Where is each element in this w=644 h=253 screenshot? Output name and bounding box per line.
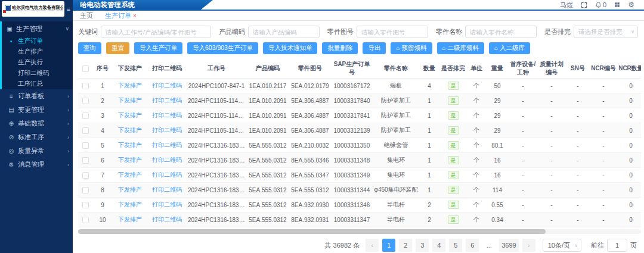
- horizontal-scrollbar[interactable]: [78, 229, 641, 234]
- page-button[interactable]: 4: [432, 239, 445, 252]
- row-select-cell: [78, 168, 92, 183]
- dispatch-link[interactable]: 下发排产: [118, 216, 142, 223]
- username[interactable]: 马煜: [560, 1, 573, 10]
- sidebar-collapse-icon[interactable]: ≡: [64, 5, 72, 13]
- dispatch-link[interactable]: 下发排产: [118, 142, 142, 148]
- filter-select[interactable]: 请选择是否排完∨: [574, 26, 638, 38]
- filter-input[interactable]: [101, 26, 211, 38]
- cell-scheduled: 是: [439, 213, 467, 227]
- sidebar-item[interactable]: ◎质量异常›: [2, 144, 73, 158]
- sidebar-item[interactable]: ▣生产管理∨: [2, 21, 73, 36]
- next-page-icon[interactable]: ›: [522, 239, 535, 252]
- row-checkbox[interactable]: [82, 217, 89, 223]
- page-size-select[interactable]: 10条/页∨: [543, 239, 581, 252]
- cell-dispatch: 下发排产: [113, 183, 147, 198]
- dispatch-link[interactable]: 下发排产: [118, 82, 142, 89]
- filter-label: 是否排完: [544, 27, 571, 36]
- print_qr-link[interactable]: 打印二维码: [152, 82, 182, 89]
- tab-production-order[interactable]: 生产订单×: [105, 11, 137, 20]
- sidebar-subitem[interactable]: 生产执行: [2, 57, 73, 68]
- print_qr-link[interactable]: 打印二维码: [152, 127, 182, 133]
- toolbar-button[interactable]: 导入生产订单: [134, 42, 182, 54]
- column-header-part_drawing_no: 零件图号: [289, 58, 331, 79]
- row-checkbox[interactable]: [82, 142, 89, 149]
- page-button[interactable]: 1: [382, 239, 395, 252]
- sidebar-subitem[interactable]: •生产订单: [2, 36, 73, 46]
- sidebar-item[interactable]: ⊘标准工序›: [2, 130, 73, 144]
- sidebar-item[interactable]: ⚙消息管理›: [2, 158, 73, 171]
- print_qr-link[interactable]: 打印二维码: [152, 97, 182, 104]
- dispatch-link[interactable]: 下发排产: [118, 186, 142, 193]
- scheduled-badge: 是: [448, 126, 459, 135]
- print_qr-link[interactable]: 打印二维码: [152, 216, 182, 223]
- row-checkbox[interactable]: [82, 157, 89, 164]
- print_qr-link[interactable]: 打印二维码: [152, 157, 182, 163]
- sidebar-item[interactable]: ≡订单看板›: [2, 89, 73, 103]
- toolbar-button[interactable]: 导出: [363, 42, 386, 54]
- select-all-checkbox[interactable]: [82, 65, 89, 72]
- home-icon: ⌂: [494, 45, 498, 51]
- sidebar-subitem[interactable]: 打印二维码: [2, 68, 73, 79]
- cell-sap_order_no: 10003311348: [331, 153, 373, 168]
- cell-scheduled: 是: [439, 183, 467, 198]
- print_qr-link[interactable]: 打印二维码: [152, 171, 182, 178]
- cell-work_no: 2024HPC1105-1147-2: [187, 93, 246, 108]
- page-button[interactable]: 3699: [499, 239, 518, 252]
- cell-first_equipment: -: [509, 93, 537, 108]
- row-checkbox[interactable]: [82, 83, 89, 89]
- dispatch-link[interactable]: 下发排产: [118, 97, 142, 104]
- print_qr-link[interactable]: 打印二维码: [152, 142, 182, 148]
- filter-input[interactable]: [248, 26, 320, 38]
- row-checkbox[interactable]: [82, 127, 89, 134]
- settings-gear-icon[interactable]: ⚙: [628, 1, 634, 8]
- cell-weight: 0.55: [486, 198, 509, 213]
- page-button[interactable]: 2: [399, 239, 412, 252]
- filter-input[interactable]: [465, 26, 537, 38]
- filter-input[interactable]: [357, 26, 428, 38]
- page-button[interactable]: 3: [416, 239, 429, 252]
- prev-page-icon[interactable]: ‹: [366, 239, 379, 252]
- row-checkbox[interactable]: [82, 202, 89, 208]
- dispatch-link[interactable]: 下发排产: [118, 201, 142, 208]
- toolbar-button[interactable]: 重置: [106, 42, 129, 54]
- toolbar-button[interactable]: 导入技术通知单: [263, 42, 318, 54]
- row-checkbox[interactable]: [82, 172, 89, 179]
- order-board-icon: ≡: [8, 93, 15, 99]
- toolbar-button-label: 入二级库: [500, 44, 525, 52]
- sidebar-subitem[interactable]: 生产排产: [2, 46, 73, 57]
- print_qr-link[interactable]: 打印二维码: [152, 186, 182, 193]
- horizontal-scrollbar-thumb[interactable]: [78, 229, 546, 234]
- row-checkbox[interactable]: [82, 187, 89, 193]
- notification-bell-icon[interactable]: 0: [595, 1, 606, 8]
- cell-weight: 29: [486, 93, 509, 108]
- goto-page-input[interactable]: [607, 239, 627, 252]
- row-checkbox[interactable]: [82, 98, 89, 104]
- print_qr-link[interactable]: 打印二维码: [152, 112, 182, 118]
- toolbar-button[interactable]: 查询: [78, 42, 101, 54]
- fullscreen-icon[interactable]: [581, 2, 587, 8]
- page-button[interactable]: 5: [449, 239, 462, 252]
- apps-grid-icon[interactable]: [614, 2, 620, 8]
- row-select-cell: [78, 153, 92, 168]
- print_qr-link[interactable]: 打印二维码: [152, 201, 182, 208]
- tab-close-icon[interactable]: ×: [133, 13, 137, 19]
- toolbar-button[interactable]: 导入603/903生产订单: [187, 42, 258, 54]
- sidebar-item[interactable]: ▤变更管理›: [2, 103, 73, 117]
- sidebar-subitem[interactable]: 工序汇总: [2, 79, 73, 89]
- dispatch-link[interactable]: 下发排产: [118, 127, 142, 133]
- cell-sap_order_no: 10003311344: [331, 183, 373, 198]
- toolbar-button[interactable]: ⌂二级库领料: [437, 42, 485, 54]
- tab-home[interactable]: 主页: [80, 11, 93, 20]
- toolbar-button[interactable]: ⌂入二级库: [489, 42, 530, 54]
- dispatch-link[interactable]: 下发排产: [118, 157, 142, 163]
- toolbar-button[interactable]: ⌂预留领料: [391, 42, 432, 54]
- cell-quantity: 1: [419, 168, 439, 183]
- dispatch-link[interactable]: 下发排产: [118, 112, 142, 118]
- cell-ncr_qty: 0: [617, 183, 641, 198]
- toolbar-button[interactable]: 批量删除: [322, 42, 358, 54]
- row-checkbox[interactable]: [82, 113, 89, 119]
- dispatch-link[interactable]: 下发排产: [118, 171, 142, 178]
- cell-first_equipment: -: [509, 198, 537, 213]
- sidebar-item[interactable]: ⊕基础数据›: [2, 117, 73, 130]
- page-button[interactable]: 6: [466, 239, 479, 252]
